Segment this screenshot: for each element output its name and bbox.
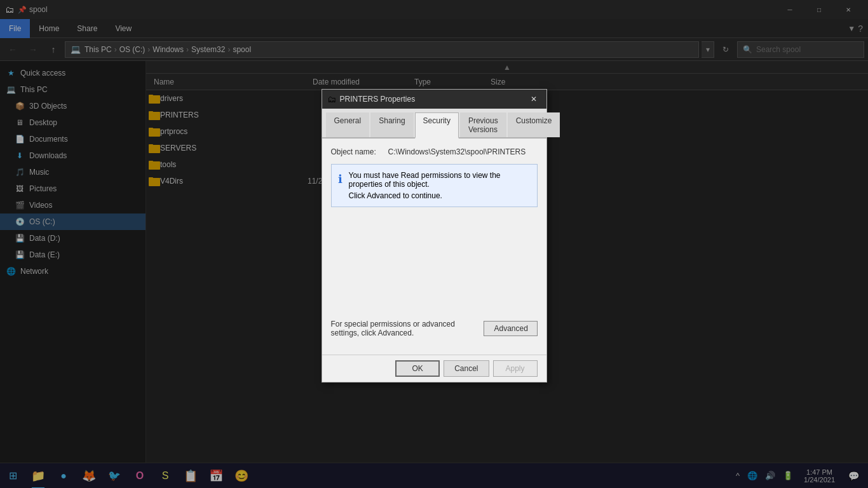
object-name-value: C:\Windows\System32\spool\PRINTERS [388,147,526,156]
properties-dialog: 🗂 PRINTERS Properties ✕ General Sharing … [322,89,547,383]
dialog-tabs: General Sharing Security Previous Versio… [322,109,546,139]
dialog-tab-previous-versions[interactable]: Previous Versions [460,112,506,137]
dialog-tab-general[interactable]: General [326,112,370,137]
dialog-tab-security[interactable]: Security [415,112,459,139]
info-message: You must have Read permissions to view t… [349,171,531,189]
info-text: You must have Read permissions to view t… [349,171,531,200]
advanced-note-text: For special permissions or advanced sett… [331,320,484,337]
dialog-close-button[interactable]: ✕ [526,92,541,107]
ok-button[interactable]: OK [395,360,440,377]
advanced-section: For special permissions or advanced sett… [331,320,538,337]
apply-button[interactable]: Apply [493,360,538,377]
cancel-button[interactable]: Cancel [444,360,489,377]
dialog-content: Object name: C:\Windows\System32\spool\P… [322,139,546,355]
dialog-footer: OK Cancel Apply [322,355,546,382]
dialog-icon: 🗂 [327,94,336,104]
dialog-tab-sharing[interactable]: Sharing [370,112,413,137]
advanced-button[interactable]: Advanced [484,321,538,336]
dialog-tab-customize[interactable]: Customize [508,112,560,137]
info-box: ℹ You must have Read permissions to view… [331,164,538,207]
dialog-titlebar: 🗂 PRINTERS Properties ✕ [322,90,546,109]
info-icon: ℹ [338,172,342,186]
dialog-overlay: 🗂 PRINTERS Properties ✕ General Sharing … [0,0,868,488]
object-name-label: Object name: [331,147,388,156]
click-advanced-text: Click Advanced to continue. [349,191,531,200]
dialog-title: PRINTERS Properties [340,95,526,104]
object-name-field: Object name: C:\Windows\System32\spool\P… [331,147,538,156]
